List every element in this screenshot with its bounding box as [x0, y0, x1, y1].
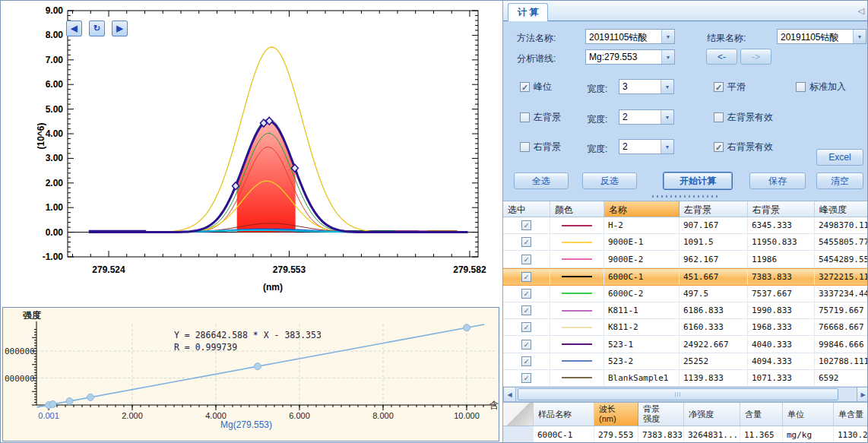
- collapse-panel-icon[interactable]: ◁: [858, 6, 864, 16]
- row-checkbox[interactable]: ✓: [521, 272, 531, 282]
- table-row[interactable]: ✓6000C-1451.6677383.8333272215.111: [503, 268, 868, 286]
- chevron-down-icon[interactable]: ▼: [661, 110, 673, 124]
- right-background-checkbox[interactable]: 右背景: [520, 141, 561, 153]
- svg-text:9.00: 9.00: [46, 5, 64, 16]
- chevron-down-icon[interactable]: ▼: [661, 30, 674, 43]
- column-header-name[interactable]: 名称: [604, 201, 680, 217]
- method-name-value: 20191105钴酸: [586, 30, 661, 43]
- row-checkbox[interactable]: ✓: [521, 305, 531, 315]
- result-table-row[interactable]: 6000C-1279.5537383.8333264831...11.365mg…: [503, 426, 868, 443]
- row-checkbox-cell: ✓: [503, 336, 550, 352]
- right-width-value: 2: [619, 140, 661, 153]
- invert-selection-button[interactable]: 反选: [582, 172, 637, 189]
- row-checkbox[interactable]: ✓: [521, 322, 531, 332]
- scroll-right-icon[interactable]: ▶: [857, 388, 868, 401]
- svg-text:2.000: 2.000: [122, 411, 143, 420]
- row-checkbox[interactable]: ✓: [521, 373, 531, 383]
- next-line-button[interactable]: ->: [740, 49, 771, 65]
- chart-next-button[interactable]: ▶: [112, 21, 128, 36]
- result-cell: 3264831...: [684, 426, 740, 443]
- table-row[interactable]: ✓523-2252524094.333102788.111: [503, 353, 868, 370]
- row-checkbox[interactable]: ✓: [521, 340, 531, 350]
- svg-text:Mg(279.553): Mg(279.553): [220, 419, 272, 430]
- smooth-checkbox[interactable]: ✓ 平滑: [714, 81, 746, 93]
- peak-position-checkbox[interactable]: ✓ 峰位: [520, 81, 552, 93]
- left-background-valid-checkbox[interactable]: 左背景有效: [714, 111, 773, 124]
- column-header-color[interactable]: 颜色: [550, 201, 604, 217]
- column-header-selected[interactable]: 选中: [503, 201, 550, 217]
- result-name-select[interactable]: 20191105钴酸 ▼: [777, 29, 866, 44]
- prev-icon: ◀: [71, 24, 77, 33]
- width-label: 宽度:: [587, 143, 607, 156]
- table-row[interactable]: ✓6000C-2497.57537.6673337234.444: [503, 286, 868, 302]
- result-cell: 1130.283: [834, 426, 868, 443]
- row-selector-cell[interactable]: [503, 426, 534, 443]
- row-checkbox[interactable]: ✓: [521, 289, 531, 299]
- table-row[interactable]: ✓H-2907.1676345.3332498370.111: [503, 217, 868, 234]
- left-width-select[interactable]: 2 ▼: [619, 109, 674, 125]
- save-button[interactable]: 保存: [749, 172, 806, 189]
- table-row[interactable]: ✓523-124922.6674040.33399846.666: [503, 336, 868, 353]
- calculation-panel: 计 算 ◁ 方法名称: 20191105钴酸 ▼ 结果名称: 20191105钴…: [502, 1, 868, 443]
- clear-button[interactable]: 清空: [816, 172, 863, 189]
- series-color-cell: [550, 353, 604, 369]
- prev-line-button[interactable]: <-: [706, 49, 737, 65]
- table-row[interactable]: ✓BlankSample11139.8331071.3336592: [503, 370, 868, 387]
- checkbox-label: 右背景: [534, 141, 561, 153]
- row-checkbox-cell: ✓: [503, 370, 550, 386]
- result-column-header[interactable]: 样品名称: [534, 403, 594, 426]
- table-row[interactable]: ✓K811-26160.3331968.33376668.667: [503, 319, 868, 336]
- right-background-valid-checkbox[interactable]: ✓ 右背景有效: [714, 141, 773, 153]
- result-column-header[interactable]: 单位: [783, 403, 834, 426]
- checkbox-label: 左背景: [534, 111, 561, 124]
- excel-button[interactable]: Excel: [816, 149, 863, 166]
- result-column-header[interactable]: 波长(nm): [594, 403, 638, 426]
- row-checkbox[interactable]: ✓: [521, 255, 531, 264]
- chevron-down-icon[interactable]: ▼: [661, 50, 674, 64]
- spectra-chart[interactable]: 9.008.007.006.005.004.003.002.001.000.00…: [1, 1, 502, 305]
- table-row[interactable]: ✓9000E-11091.511950.8335455805.778: [503, 234, 868, 251]
- checkbox-box: ✓: [714, 142, 724, 152]
- result-column-header[interactable]: 背景强度: [638, 403, 684, 426]
- scrollbar-track[interactable]: [516, 388, 857, 401]
- chart-refresh-button[interactable]: ↻: [89, 21, 105, 36]
- chart-prev-button[interactable]: ◀: [66, 21, 82, 36]
- chevron-down-icon[interactable]: ▼: [661, 140, 673, 153]
- series-color-cell: [550, 336, 604, 352]
- select-all-button[interactable]: 全选: [514, 172, 569, 189]
- table-row[interactable]: ✓K811-16186.8331990.83375719.667: [503, 302, 868, 319]
- analysis-line-select[interactable]: Mg:279.553 ▼: [585, 49, 675, 65]
- horizontal-scrollbar[interactable]: ◀ ▶: [503, 387, 868, 402]
- result-column-header[interactable]: 含量: [740, 403, 783, 426]
- peak-width-select[interactable]: 3 ▼: [619, 79, 674, 94]
- column-header-intensity[interactable]: 峰强度: [815, 201, 868, 217]
- select-all-corner[interactable]: [503, 403, 534, 426]
- right-width-select[interactable]: 2 ▼: [619, 139, 674, 154]
- table-row[interactable]: ✓9000E-2962.167119865454289.556: [503, 251, 868, 267]
- chevron-down-icon[interactable]: ▼: [661, 80, 673, 93]
- left-background-checkbox[interactable]: 左背景: [520, 111, 561, 124]
- svg-text:(10^6): (10^6): [36, 122, 46, 149]
- row-checkbox[interactable]: ✓: [521, 237, 531, 247]
- result-column-header[interactable]: 净强度: [684, 403, 740, 426]
- series-color-cell: [550, 234, 604, 250]
- start-calculation-button[interactable]: 开始计算: [663, 172, 733, 190]
- column-header-left-bg[interactable]: 左背景: [680, 201, 748, 217]
- method-name-select[interactable]: 20191105钴酸 ▼: [585, 29, 675, 44]
- column-header-right-bg[interactable]: 右背景: [748, 201, 815, 217]
- row-checkbox[interactable]: ✓: [521, 356, 531, 366]
- right-bg-cell: 7383.833: [748, 269, 815, 285]
- series-color-swatch: [562, 360, 592, 362]
- tab-calculate[interactable]: 计 算: [508, 3, 548, 21]
- chevron-down-icon[interactable]: ▼: [853, 30, 866, 43]
- scrollbar-thumb[interactable]: [518, 388, 838, 400]
- left-bg-cell: 907.167: [680, 217, 748, 233]
- left-width-value: 2: [619, 110, 661, 124]
- result-column-header[interactable]: 单含量: [834, 403, 868, 426]
- scroll-left-icon[interactable]: ◀: [504, 388, 516, 401]
- calibration-chart[interactable]: 0000000000000.0012.0004.0006.0008.00010.…: [3, 308, 499, 441]
- row-checkbox[interactable]: ✓: [521, 220, 531, 230]
- splitter-handle[interactable]: [503, 192, 868, 201]
- standard-addition-checkbox[interactable]: 标准加入: [796, 81, 846, 93]
- calibration-point: [464, 324, 470, 331]
